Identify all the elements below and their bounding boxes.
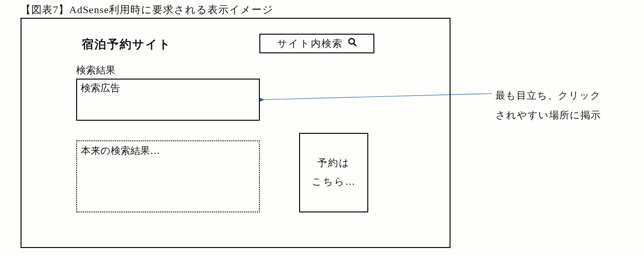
diagram-canvas: 【図表7】AdSense利用時に要求される表示イメージ 最も目立ち、クリック さ… bbox=[0, 0, 644, 255]
mock-search-ad-box[interactable]: 検索広告 bbox=[76, 79, 260, 121]
annotation-line-1: 最も目立ち、クリック bbox=[495, 86, 601, 105]
annotation-text: 最も目立ち、クリック されやすい場所に掲示 bbox=[495, 86, 601, 125]
mock-cta-label: 予約は こちら… bbox=[312, 154, 356, 191]
mock-search-ad-label: 検索広告 bbox=[81, 82, 120, 94]
svg-point-1 bbox=[349, 39, 354, 44]
mock-search-box[interactable]: サイト内検索 bbox=[259, 34, 374, 53]
mock-window-frame bbox=[21, 18, 451, 248]
mock-organic-results-label: 本来の検索結果… bbox=[81, 145, 160, 156]
mock-cta-box[interactable]: 予約は こちら… bbox=[299, 133, 368, 212]
mock-results-heading: 検索結果 bbox=[76, 64, 115, 77]
annotation-line-2: されやすい場所に掲示 bbox=[495, 105, 601, 125]
mock-site-title: 宿泊予約サイト bbox=[82, 36, 172, 52]
search-icon bbox=[348, 37, 357, 50]
mock-organic-results-box: 本来の検索結果… bbox=[76, 140, 260, 212]
figure-caption: 【図表7】AdSense利用時に要求される表示イメージ bbox=[21, 3, 273, 17]
mock-search-label: サイト内検索 bbox=[277, 37, 343, 50]
svg-line-2 bbox=[353, 44, 356, 46]
